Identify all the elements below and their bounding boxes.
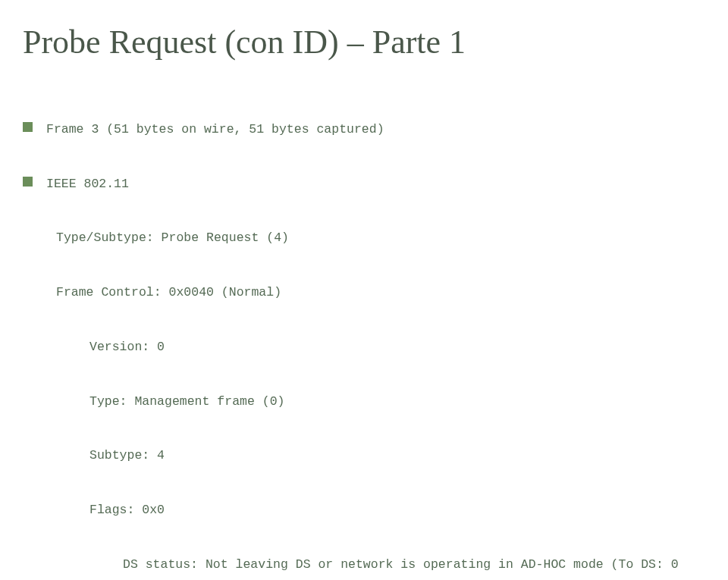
flags: Flags: 0x0 — [23, 501, 690, 519]
type-mgmt: Type: Management frame (0) — [23, 393, 690, 411]
bullet-icon — [23, 122, 33, 132]
ds-status-1: DS status: Not leaving DS or network is … — [23, 556, 690, 574]
frame-control: Frame Control: 0x0040 (Normal) — [23, 284, 690, 302]
subtype: Subtype: 4 — [23, 447, 690, 465]
content: Frame 3 (51 bytes on wire, 51 bytes capt… — [23, 84, 690, 580]
type-subtype: Type/Subtype: Probe Request (4) — [23, 229, 690, 247]
bullet-icon — [23, 177, 33, 187]
version: Version: 0 — [23, 338, 690, 356]
frame-summary: Frame 3 (51 bytes on wire, 51 bytes capt… — [46, 122, 384, 136]
slide-title: Probe Request (con ID) – Parte 1 — [23, 23, 690, 61]
protocol: IEEE 802.11 — [46, 177, 129, 191]
